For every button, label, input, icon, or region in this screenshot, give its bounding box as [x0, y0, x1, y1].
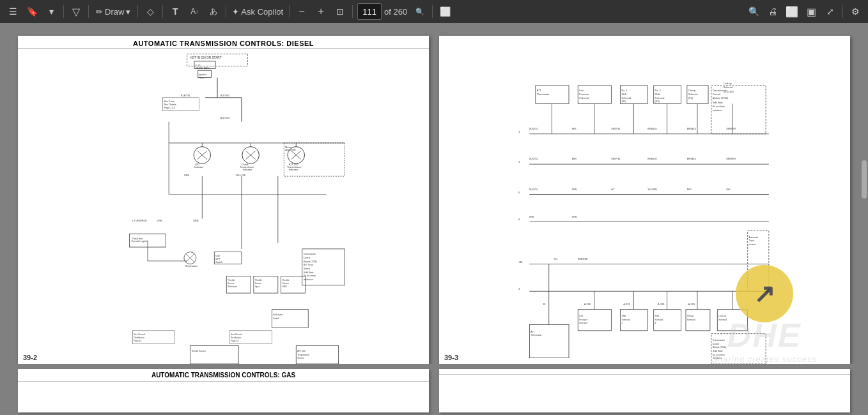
svg-text:Solenoid: Solenoid — [655, 319, 663, 321]
zoom-in-button[interactable]: + — [312, 3, 330, 20]
expand-button[interactable]: ⤢ — [821, 3, 839, 20]
svg-text:BLK/YEL: BLK/YEL — [529, 128, 538, 130]
svg-text:Switch: Switch — [273, 317, 279, 320]
svg-text:YEL/GRN: YEL/GRN — [647, 188, 657, 191]
svg-text:Solenoid: Solenoid — [655, 97, 665, 100]
pencil-icon: ✏ — [96, 7, 103, 17]
filter-button[interactable]: ▽ — [67, 3, 85, 20]
svg-text:BRN/BLK: BRN/BLK — [687, 158, 697, 160]
svg-text:resistance: resistance — [304, 278, 313, 281]
svg-text:BLK/YEL: BLK/YEL — [529, 158, 538, 160]
svg-text:Solenoid: Solenoid — [621, 97, 631, 100]
svg-text:Solid State: Solid State — [713, 102, 723, 104]
svg-text:Input: Input — [255, 285, 260, 288]
svg-text:Console Lights: Console Lights — [131, 240, 147, 243]
bottom-pages-row: AUTOMATIC TRANSMISSION CONTROLS: GAS — [0, 364, 868, 415]
svg-text:Control: Control — [304, 257, 311, 259]
svg-text:20: 20 — [543, 303, 545, 306]
svg-text:6: 6 — [518, 192, 520, 194]
fit-page-button[interactable]: ⊡ — [331, 3, 349, 20]
wiring-diagram-39-2: HOT IN ON OR START F-25 GAUGE BACK Ignit… — [18, 49, 429, 364]
svg-text:Shift: Shift — [655, 93, 661, 96]
font-size-button[interactable]: A↕ — [185, 3, 203, 20]
svg-text:Pressure: Pressure — [579, 93, 589, 96]
svg-text:Do not check: Do not check — [713, 354, 725, 356]
svg-rect-179 — [529, 324, 569, 358]
two-page-view-button[interactable]: ⬜ — [436, 3, 454, 20]
diamond-button[interactable]: ◇ — [141, 3, 159, 20]
scrollbar[interactable] — [862, 160, 867, 199]
save-button[interactable]: ▣ — [802, 3, 820, 20]
svg-text:Line: Line — [579, 89, 584, 92]
svg-text:Do not check: Do not check — [304, 275, 316, 277]
search-button[interactable]: 🔍 — [745, 3, 763, 20]
text-button[interactable]: T — [166, 3, 184, 20]
svg-text:Sensor: Sensor — [297, 357, 304, 359]
svg-text:ATT Temp: ATT Temp — [304, 264, 313, 266]
svg-text:Motor: Motor — [285, 146, 291, 149]
svg-text:See Ground: See Ground — [134, 333, 145, 336]
svg-text:Shift: Shift — [621, 93, 627, 96]
svg-text:Solenoid: Solenoid — [621, 319, 630, 321]
bookmark-button[interactable]: 🔖 — [23, 3, 41, 20]
ask-copilot-button[interactable]: ✦ Ask Copilot — [229, 3, 286, 20]
svg-text:O/D: O/D — [215, 255, 220, 257]
svg-text:BLK/YEL: BLK/YEL — [181, 94, 190, 97]
svg-text:Solenoid: Solenoid — [688, 93, 698, 96]
svg-text:resistance: resistance — [713, 109, 722, 112]
zoom-out-button[interactable]: − — [293, 3, 311, 20]
svg-text:A-229: A-229 — [584, 303, 591, 306]
svg-text:GRN: GRN — [572, 188, 577, 191]
svg-text:BLK: BLK — [726, 188, 731, 191]
svg-text:YEL: YEL — [518, 261, 523, 264]
az-button[interactable]: あ — [205, 3, 222, 20]
hamburger-button[interactable]: ☰ — [4, 3, 22, 20]
svg-text:Trans-: Trans- — [749, 239, 755, 242]
settings-button[interactable]: ⚙ — [846, 3, 864, 20]
toolbar-right-group: 🔍 🖨 ⬜ ▣ ⤢ ⚙ — [745, 3, 864, 20]
svg-text:BRN/BLK: BRN/BLK — [687, 128, 697, 130]
svg-text:Solenoid: Solenoid — [579, 97, 589, 100]
page-39-3-content[interactable]: Transmission Control Module (TCM) Solid … — [439, 49, 850, 364]
separator-3 — [137, 5, 138, 18]
copilot-icon: ✦ — [232, 7, 239, 17]
svg-text:YELLOW: YELLOW — [235, 174, 245, 177]
draw-label: Draw — [105, 7, 124, 17]
page-39-2-content[interactable]: HOT IN ON OR START F-25 GAUGE BACK Ignit… — [18, 49, 429, 364]
share-button[interactable]: ⬜ — [783, 3, 801, 20]
svg-text:Sensor: Sensor — [228, 282, 235, 285]
ask-copilot-label: Ask Copilot — [241, 7, 283, 17]
svg-text:Transmission: Transmission — [304, 253, 316, 255]
svg-text:Lock-up: Lock-up — [724, 82, 732, 85]
svg-text:Page 14: Page 14 — [134, 340, 141, 342]
svg-text:Page 14: Page 14 — [231, 340, 238, 342]
svg-text:Solid State: Solid State — [713, 350, 723, 352]
svg-text:(S1): (S1) — [621, 100, 626, 103]
svg-text:Timing: Timing — [687, 315, 694, 317]
svg-text:LT GRN/RED: LT GRN/RED — [132, 220, 147, 222]
svg-text:Throttle: Throttle — [228, 279, 235, 282]
svg-text:BLK/YEL: BLK/YEL — [221, 117, 230, 119]
svg-text:BRN: BRN — [529, 216, 534, 218]
page-39-3-number: 39-3 — [444, 354, 458, 361]
svg-text:Shift: Shift — [655, 315, 660, 317]
bookmark-chevron-button[interactable]: ▾ — [42, 3, 60, 20]
svg-text:8: 8 — [518, 218, 520, 221]
svg-text:Control: Control — [713, 343, 720, 345]
svg-text:GRN: GRN — [157, 220, 162, 222]
svg-text:GND: GND — [282, 285, 287, 288]
print-button[interactable]: 🖨 — [764, 3, 782, 20]
draw-button[interactable]: ✏ Draw ▾ — [92, 3, 134, 20]
svg-text:YEL: YEL — [554, 258, 557, 260]
svg-text:mission: mission — [749, 243, 756, 246]
svg-rect-36 — [284, 143, 345, 176]
svg-text:Solenoid: Solenoid — [718, 319, 727, 321]
zoom-level-button[interactable]: 🔍 — [411, 3, 429, 20]
svg-text:Assembly: Assembly — [285, 149, 295, 151]
svg-text:BRN/GRN: BRN/GRN — [578, 258, 588, 260]
svg-text:Thermostat: Thermostat — [531, 334, 541, 336]
separator-8 — [432, 5, 433, 18]
page-number-input[interactable] — [357, 3, 382, 20]
svg-text:Control: Control — [713, 93, 720, 96]
separator-2 — [88, 5, 89, 18]
